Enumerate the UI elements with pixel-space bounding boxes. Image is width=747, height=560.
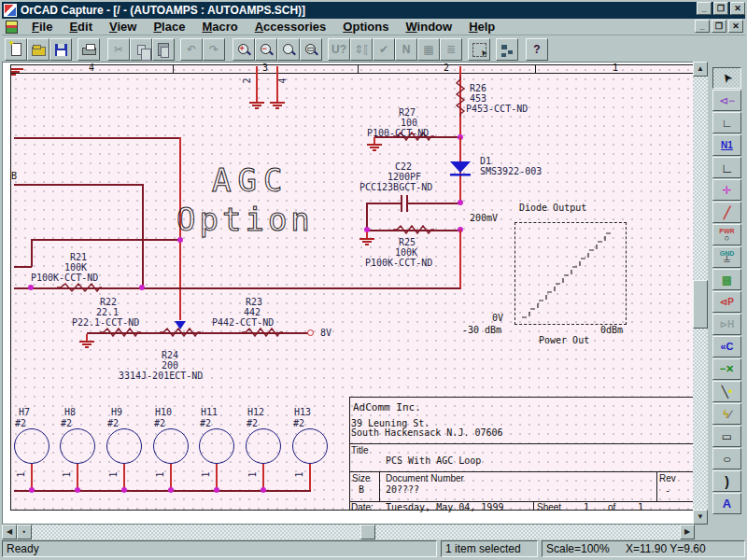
ref-des[interactable]: D1 (480, 156, 491, 166)
part-number[interactable]: P22.1-CCT-ND (72, 317, 139, 328)
place-arc-tool[interactable]: ) (712, 470, 741, 492)
part-number[interactable]: P100K-CCT-ND (365, 258, 432, 268)
app-icon[interactable] (4, 4, 17, 17)
ref-des[interactable]: R26 (470, 83, 486, 93)
part-number[interactable]: P100-CCT-ND (367, 128, 429, 138)
select-tool[interactable]: ➤ (712, 67, 741, 89)
ref-des[interactable]: H7 (19, 407, 30, 417)
zoom-area-button[interactable] (277, 38, 300, 61)
part-number[interactable]: P442-CCT-ND (212, 317, 274, 328)
value[interactable]: 453 (470, 93, 486, 104)
part-number[interactable]: P100K-CCT-ND (31, 273, 98, 283)
place-hierarchical-block-tool[interactable]: ▩ (712, 269, 741, 290)
value[interactable]: #2 (107, 418, 119, 428)
scroll-down-button[interactable]: ▼ (693, 510, 708, 525)
wire[interactable] (367, 203, 401, 204)
child-close-button[interactable]: ✕ (728, 20, 743, 33)
cut-button[interactable]: ✂ (107, 38, 130, 61)
place-part-tool[interactable]: ⊲− (712, 90, 741, 111)
value[interactable]: #2 (15, 418, 26, 428)
ref-des[interactable]: H10 (155, 407, 172, 417)
wire[interactable] (276, 66, 278, 102)
connector-h8[interactable] (60, 428, 95, 464)
ref-des[interactable]: R22 (100, 297, 117, 307)
sheet-title[interactable]: PCS With AGC Loop (386, 455, 481, 466)
ref-des[interactable]: H8 (64, 407, 76, 417)
net-label[interactable]: 8V (320, 328, 331, 338)
wire[interactable] (14, 137, 180, 139)
wire[interactable] (459, 230, 461, 289)
place-text-tool[interactable]: A (712, 493, 741, 514)
scroll-left-page-button[interactable]: ▪ (17, 525, 32, 539)
child-restore-button[interactable]: ❐ (712, 20, 726, 33)
child-minimize-button[interactable]: _ (695, 20, 710, 33)
place-junction-tool[interactable]: ✛ (712, 179, 741, 201)
net-label[interactable]: 4 (277, 77, 288, 83)
paste-button[interactable] (152, 38, 175, 61)
zoom-in-button[interactable]: + (233, 38, 255, 61)
ground-icon[interactable] (249, 102, 264, 104)
place-pin-tool[interactable]: ⊳H (712, 314, 741, 335)
ref-des[interactable]: H11 (201, 407, 218, 417)
menu-macro[interactable]: Macro (202, 20, 237, 34)
wire[interactable] (14, 184, 143, 186)
hierarchy-button[interactable] (496, 38, 518, 61)
place-rectangle-tool[interactable]: ▭ (712, 426, 741, 447)
netlist-button[interactable]: N (395, 38, 417, 61)
restore-button[interactable]: ❐ (713, 2, 728, 15)
open-button[interactable] (27, 38, 49, 61)
part-number[interactable]: PCC123BGCT-ND (359, 182, 432, 192)
ref-des[interactable]: H12 (247, 407, 264, 417)
resistor-r26[interactable] (456, 76, 465, 117)
zoom-out-button[interactable]: − (255, 38, 277, 61)
menu-place[interactable]: Place (153, 20, 185, 34)
part-number[interactable]: 3314J-201ECT-ND (119, 371, 203, 381)
value[interactable]: 1200PF (388, 172, 421, 182)
wire[interactable] (408, 203, 460, 204)
connector-h12[interactable] (246, 428, 281, 464)
menu-help[interactable]: Help (469, 20, 495, 34)
value[interactable]: 22.1 (96, 307, 119, 317)
close-button[interactable]: ✕ (730, 2, 745, 15)
document-icon[interactable] (6, 21, 18, 34)
menu-edit[interactable]: Edit (69, 20, 92, 34)
wire[interactable] (32, 239, 180, 241)
menu-file[interactable]: File (32, 20, 52, 34)
copy-button[interactable] (130, 38, 152, 61)
new-document-button[interactable] (5, 38, 27, 61)
ref-des[interactable]: R25 (399, 237, 416, 247)
part-number[interactable]: SMS3922-003 (480, 166, 542, 176)
doc-number-value[interactable]: 20???? (386, 484, 419, 495)
annotation-text[interactable]: Option (176, 201, 314, 238)
ref-des[interactable]: H13 (294, 407, 311, 417)
help-button[interactable]: ? (526, 38, 548, 61)
place-net-alias-tool[interactable]: N1 (712, 134, 741, 156)
connector-h9[interactable] (106, 428, 142, 464)
value[interactable]: 100 (401, 118, 417, 128)
connector-h10[interactable] (153, 428, 189, 464)
value[interactable]: 200 (162, 360, 178, 371)
value[interactable]: #2 (247, 418, 258, 428)
place-port-tool[interactable]: ⊲P (712, 291, 741, 313)
place-bus-tool[interactable]: ∟ (712, 157, 741, 178)
bom-button[interactable]: ▦ (417, 38, 440, 61)
ref-des[interactable]: R23 (246, 297, 262, 307)
value[interactable]: #2 (293, 418, 304, 428)
place-ellipse-tool[interactable]: ○ (712, 448, 741, 469)
undo-button[interactable]: ↶ (180, 38, 203, 61)
scroll-up-button[interactable]: ▲ (693, 62, 708, 77)
ref-des[interactable]: C22 (395, 161, 412, 172)
supply-terminal[interactable] (307, 329, 314, 336)
redo-button[interactable]: ↷ (203, 38, 225, 61)
part-number[interactable]: P453-CCT-ND (466, 104, 528, 114)
save-button[interactable] (49, 38, 72, 61)
place-no-connect-tool[interactable]: −✕ (712, 358, 741, 380)
menu-view[interactable]: View (109, 20, 136, 34)
place-power-tool[interactable]: PWR○ (712, 224, 741, 245)
ground-icon[interactable] (367, 144, 382, 146)
wire[interactable] (14, 490, 311, 492)
horizontal-scroll-thumb[interactable] (360, 525, 375, 539)
scroll-right-button[interactable]: ▶ (680, 525, 695, 539)
ref-des[interactable]: R27 (399, 107, 416, 118)
annotate-button[interactable]: U? (328, 38, 350, 61)
